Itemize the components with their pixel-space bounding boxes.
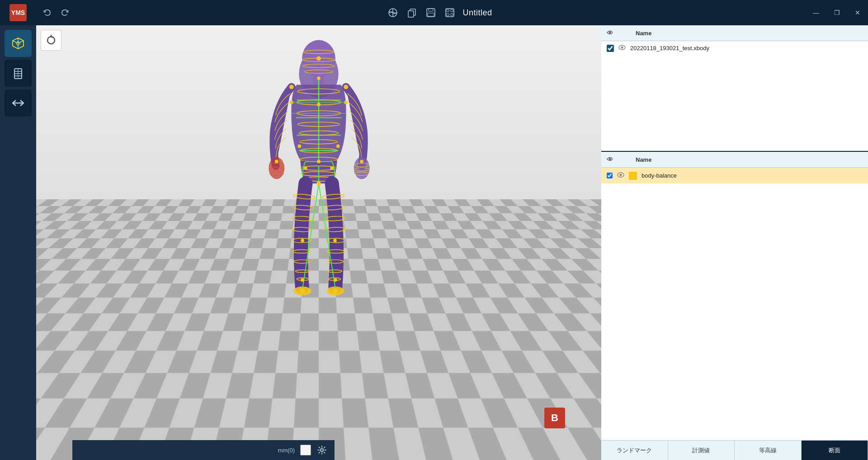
window-title: Untitled xyxy=(462,8,492,18)
svg-point-84 xyxy=(300,288,305,294)
copy-icon-button[interactable] xyxy=(405,5,419,20)
app-logo-area: YMS xyxy=(0,4,36,21)
human-figure xyxy=(242,34,396,333)
statusbar: mm(0) xyxy=(72,440,335,460)
right-panel: 👁 Name 20220118_193021_test.xbody 👁 xyxy=(601,25,868,460)
body-balance-eye[interactable] xyxy=(617,171,624,180)
svg-point-77 xyxy=(317,103,321,106)
xbody-row-label: 20220118_193021_test.xbody xyxy=(630,45,709,52)
svg-point-94 xyxy=(301,239,304,242)
minimize-button[interactable]: — xyxy=(806,0,826,25)
svg-rect-4 xyxy=(408,11,414,17)
top-list: 👁 Name 20220118_193021_test.xbody xyxy=(601,25,868,152)
window-controls: — ❐ ✕ xyxy=(806,0,868,25)
svg-rect-9 xyxy=(447,9,449,12)
bottom-list-eye-col: 👁 xyxy=(607,155,618,164)
svg-point-92 xyxy=(304,166,307,170)
svg-point-85 xyxy=(333,288,338,294)
svg-point-79 xyxy=(289,85,294,89)
undo-redo-group xyxy=(40,5,72,20)
tab-section[interactable]: 断面 xyxy=(802,441,868,460)
bottom-list: 👁 Name body-balance xyxy=(601,152,868,460)
sidebar-compare-button[interactable] xyxy=(5,89,32,117)
sidebar-measure-button[interactable] xyxy=(5,60,32,87)
titlebar-center: Untitled xyxy=(72,5,806,20)
svg-point-93 xyxy=(330,166,334,170)
svg-point-82 xyxy=(360,160,363,164)
top-list-eye-col: 👁 xyxy=(607,29,618,37)
svg-point-90 xyxy=(297,145,301,148)
link-icon-button[interactable] xyxy=(386,5,400,20)
eye-col-icon: 👁 xyxy=(607,29,613,37)
svg-point-98 xyxy=(321,449,323,451)
body-balance-row[interactable]: body-balance xyxy=(601,168,868,183)
tab-measure[interactable]: 計測値 xyxy=(668,441,735,460)
reset-view-button[interactable] xyxy=(41,30,61,51)
svg-rect-12 xyxy=(451,14,453,16)
app-logo: YMS xyxy=(9,4,27,21)
center-toolbar xyxy=(386,5,457,20)
bottom-list-header: 👁 Name xyxy=(601,152,868,168)
sidebar-3dview-button[interactable] xyxy=(5,30,32,57)
save-icon-button[interactable] xyxy=(424,5,438,20)
body-balance-label: body-balance xyxy=(642,172,677,179)
tab-contour[interactable]: 等高線 xyxy=(735,441,802,460)
maximize-button[interactable]: ❐ xyxy=(826,0,847,25)
xbody-row[interactable]: 20220118_193021_test.xbody xyxy=(601,41,868,55)
svg-point-95 xyxy=(333,239,337,242)
svg-point-97 xyxy=(334,278,337,282)
xbody-row-eye[interactable] xyxy=(618,44,626,52)
svg-point-100 xyxy=(621,47,623,49)
color-square-icon[interactable] xyxy=(300,445,311,455)
svg-rect-10 xyxy=(451,9,453,12)
svg-point-88 xyxy=(290,101,293,104)
xbody-row-checkbox[interactable] xyxy=(607,45,614,52)
top-list-name-col: Name xyxy=(636,29,863,37)
viewport[interactable]: B mm(0) xyxy=(36,25,601,460)
tab-landmark[interactable]: ランドマーク xyxy=(601,441,668,460)
top-list-header: 👁 Name xyxy=(601,25,868,41)
svg-point-96 xyxy=(301,278,304,282)
undo-button[interactable] xyxy=(40,5,54,20)
svg-point-81 xyxy=(275,160,278,164)
close-button[interactable]: ✕ xyxy=(847,0,868,25)
unit-label: mm(0) xyxy=(278,447,295,454)
body-balance-color xyxy=(629,172,637,180)
svg-point-83 xyxy=(316,181,321,186)
body-balance-checkbox[interactable] xyxy=(607,173,613,178)
b-badge[interactable]: B xyxy=(544,408,565,428)
svg-rect-7 xyxy=(428,13,434,16)
svg-rect-11 xyxy=(447,14,449,16)
sidebar xyxy=(0,25,36,460)
svg-point-78 xyxy=(317,160,321,164)
bottom-tabs: ランドマーク 計測値 等高線 断面 xyxy=(601,440,868,460)
svg-rect-6 xyxy=(429,9,433,11)
svg-rect-5 xyxy=(427,9,435,17)
svg-point-102 xyxy=(620,174,622,176)
top-list-name-header: Name xyxy=(636,30,651,37)
svg-point-76 xyxy=(317,76,321,80)
svg-rect-8 xyxy=(446,9,454,17)
svg-point-75 xyxy=(316,56,321,61)
bottom-eye-col-icon: 👁 xyxy=(607,156,613,163)
svg-point-80 xyxy=(344,85,348,89)
bottom-list-name-header: Name xyxy=(636,156,651,163)
svg-point-91 xyxy=(336,145,340,148)
titlebar: YMS xyxy=(0,0,868,25)
redo-button[interactable] xyxy=(58,5,72,20)
bottom-list-name-col: Name xyxy=(636,155,863,164)
export-icon-button[interactable] xyxy=(443,5,457,20)
settings-icon[interactable] xyxy=(316,445,327,455)
svg-point-89 xyxy=(344,101,348,104)
